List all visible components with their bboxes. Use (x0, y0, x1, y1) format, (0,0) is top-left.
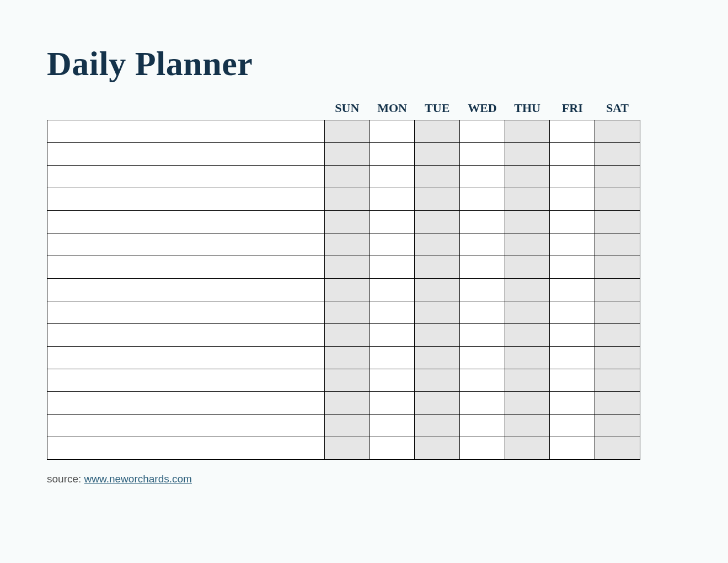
day-cell[interactable] (595, 233, 640, 256)
day-cell[interactable] (460, 188, 505, 211)
task-cell[interactable] (47, 392, 325, 415)
day-cell[interactable] (550, 392, 595, 415)
day-cell[interactable] (595, 211, 640, 233)
day-cell[interactable] (505, 166, 550, 188)
day-cell[interactable] (460, 347, 505, 369)
day-cell[interactable] (370, 347, 415, 369)
day-cell[interactable] (370, 301, 415, 324)
day-cell[interactable] (595, 415, 640, 437)
task-cell[interactable] (47, 120, 325, 143)
day-cell[interactable] (550, 279, 595, 301)
day-cell[interactable] (595, 392, 640, 415)
task-cell[interactable] (47, 166, 325, 188)
day-cell[interactable] (550, 324, 595, 347)
day-cell[interactable] (505, 347, 550, 369)
day-cell[interactable] (460, 392, 505, 415)
day-cell[interactable] (460, 166, 505, 188)
day-cell[interactable] (550, 347, 595, 369)
day-cell[interactable] (415, 279, 460, 301)
day-cell[interactable] (505, 120, 550, 143)
day-cell[interactable] (325, 211, 370, 233)
day-cell[interactable] (325, 392, 370, 415)
day-cell[interactable] (550, 143, 595, 166)
task-cell[interactable] (47, 415, 325, 437)
day-cell[interactable] (550, 369, 595, 392)
day-cell[interactable] (370, 415, 415, 437)
day-cell[interactable] (370, 188, 415, 211)
day-cell[interactable] (460, 233, 505, 256)
day-cell[interactable] (550, 256, 595, 279)
day-cell[interactable] (550, 301, 595, 324)
day-cell[interactable] (460, 256, 505, 279)
day-cell[interactable] (370, 120, 415, 143)
day-cell[interactable] (325, 324, 370, 347)
day-cell[interactable] (325, 143, 370, 166)
day-cell[interactable] (415, 256, 460, 279)
task-cell[interactable] (47, 211, 325, 233)
day-cell[interactable] (550, 437, 595, 460)
day-cell[interactable] (325, 279, 370, 301)
day-cell[interactable] (370, 324, 415, 347)
day-cell[interactable] (460, 143, 505, 166)
day-cell[interactable] (415, 324, 460, 347)
day-cell[interactable] (370, 166, 415, 188)
day-cell[interactable] (415, 143, 460, 166)
footer-link[interactable]: www.neworchards.com (84, 473, 192, 485)
day-cell[interactable] (550, 233, 595, 256)
day-cell[interactable] (370, 392, 415, 415)
task-cell[interactable] (47, 188, 325, 211)
task-cell[interactable] (47, 143, 325, 166)
day-cell[interactable] (415, 437, 460, 460)
day-cell[interactable] (370, 233, 415, 256)
day-cell[interactable] (415, 347, 460, 369)
day-cell[interactable] (595, 324, 640, 347)
day-cell[interactable] (595, 256, 640, 279)
day-cell[interactable] (325, 415, 370, 437)
day-cell[interactable] (370, 369, 415, 392)
day-cell[interactable] (595, 143, 640, 166)
day-cell[interactable] (325, 256, 370, 279)
day-cell[interactable] (370, 279, 415, 301)
task-cell[interactable] (47, 437, 325, 460)
day-cell[interactable] (325, 166, 370, 188)
day-cell[interactable] (325, 233, 370, 256)
day-cell[interactable] (505, 256, 550, 279)
day-cell[interactable] (550, 188, 595, 211)
day-cell[interactable] (460, 369, 505, 392)
day-cell[interactable] (325, 369, 370, 392)
day-cell[interactable] (370, 211, 415, 233)
day-cell[interactable] (595, 279, 640, 301)
day-cell[interactable] (370, 256, 415, 279)
day-cell[interactable] (460, 211, 505, 233)
day-cell[interactable] (505, 233, 550, 256)
day-cell[interactable] (415, 233, 460, 256)
day-cell[interactable] (415, 415, 460, 437)
task-cell[interactable] (47, 301, 325, 324)
task-cell[interactable] (47, 324, 325, 347)
day-cell[interactable] (595, 347, 640, 369)
day-cell[interactable] (460, 324, 505, 347)
day-cell[interactable] (415, 120, 460, 143)
task-cell[interactable] (47, 347, 325, 369)
day-cell[interactable] (550, 415, 595, 437)
day-cell[interactable] (550, 166, 595, 188)
day-cell[interactable] (505, 392, 550, 415)
day-cell[interactable] (415, 166, 460, 188)
day-cell[interactable] (325, 301, 370, 324)
task-cell[interactable] (47, 256, 325, 279)
day-cell[interactable] (505, 437, 550, 460)
day-cell[interactable] (460, 301, 505, 324)
day-cell[interactable] (415, 392, 460, 415)
day-cell[interactable] (595, 369, 640, 392)
day-cell[interactable] (505, 324, 550, 347)
day-cell[interactable] (325, 120, 370, 143)
day-cell[interactable] (505, 143, 550, 166)
task-cell[interactable] (47, 233, 325, 256)
day-cell[interactable] (415, 211, 460, 233)
day-cell[interactable] (370, 143, 415, 166)
day-cell[interactable] (415, 369, 460, 392)
day-cell[interactable] (550, 211, 595, 233)
day-cell[interactable] (370, 437, 415, 460)
day-cell[interactable] (595, 166, 640, 188)
day-cell[interactable] (550, 120, 595, 143)
